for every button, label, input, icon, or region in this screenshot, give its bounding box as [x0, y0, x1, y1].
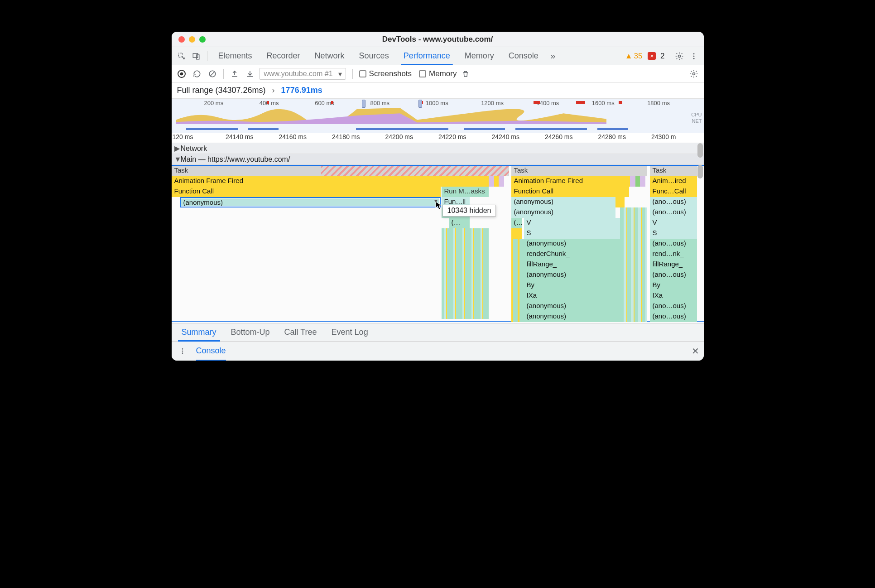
flame-task[interactable]: Task — [511, 166, 647, 176]
flame-paren[interactable]: (… — [449, 218, 470, 228]
tab-event-log[interactable]: Event Log — [324, 323, 375, 341]
expand-icon: ▼ — [174, 155, 179, 164]
flame-function-call[interactable]: Func…Call — [650, 187, 697, 197]
flame-v[interactable]: V — [650, 218, 697, 228]
network-track-header[interactable]: ▶ Network — [172, 143, 704, 154]
tab-sources[interactable]: Sources — [353, 47, 395, 65]
flame-anonymous[interactable]: (anonymous) — [524, 270, 620, 280]
flame-anonymous[interactable]: (anonymous) — [524, 301, 620, 312]
flame-chart[interactable]: Task Animation Frame Fired Function Call… — [172, 165, 704, 322]
flame-run-microtasks[interactable]: Run M…asks — [442, 187, 489, 197]
tab-summary[interactable]: Summary — [174, 323, 224, 341]
profile-select[interactable]: www.youtube.com #1 — [259, 68, 346, 80]
svg-point-3 — [678, 55, 680, 57]
full-range-label[interactable]: Full range (34307.26ms) — [177, 86, 266, 95]
window-title: DevTools - www.youtube.com/ — [172, 35, 704, 44]
tracks-scrollbar[interactable] — [697, 143, 703, 323]
flame-anonymous[interactable]: (ano…ous) — [650, 270, 697, 280]
inspect-element-icon[interactable] — [175, 50, 188, 63]
flame-by[interactable]: By — [650, 280, 697, 291]
flame-stack-stripes[interactable] — [442, 228, 489, 319]
drawer-menu-icon[interactable] — [176, 345, 189, 357]
flame-anonymous[interactable]: (ano…ous) — [650, 197, 697, 207]
flame-render-chunk[interactable]: rend…nk_ — [650, 249, 697, 260]
flame-slice[interactable] — [499, 176, 504, 187]
flame-task[interactable]: Task — [650, 166, 697, 176]
more-tabs-icon[interactable]: » — [547, 50, 559, 63]
flame-anonymous[interactable]: (anonymous) — [524, 312, 620, 322]
flame-anonymous[interactable]: (anonymous) — [511, 197, 615, 207]
upload-profile-icon[interactable] — [228, 67, 241, 80]
flame-anonymous[interactable]: (ano…ous) — [650, 301, 697, 312]
kebab-menu-icon[interactable] — [688, 50, 700, 63]
flame-ellipsis[interactable]: (… — [511, 218, 522, 228]
memory-checkbox[interactable]: Memory — [419, 69, 457, 78]
scrollbar-thumb[interactable] — [697, 143, 703, 158]
device-toolbar-icon[interactable] — [190, 50, 202, 63]
tab-performance[interactable]: Performance — [397, 47, 457, 65]
flame-by[interactable]: By — [524, 280, 620, 291]
flame-anonymous[interactable]: (anonymous) — [524, 239, 620, 249]
flame-function-call[interactable]: Function Call — [511, 187, 629, 197]
selected-range-label[interactable]: 1776.91ms — [281, 86, 322, 95]
flame-slice[interactable] — [489, 176, 494, 187]
detail-tabs: Summary Bottom-Up Call Tree Event Log — [172, 323, 704, 342]
flame-animation-frame[interactable]: Anim…ired — [650, 176, 697, 187]
tab-elements[interactable]: Elements — [212, 47, 259, 65]
tab-console[interactable]: Console — [502, 47, 545, 65]
flame-ixa[interactable]: IXa — [650, 291, 697, 301]
detail-ruler: 120 ms24140 ms24160 ms 24180 ms24200 ms2… — [172, 133, 704, 143]
tab-bottom-up[interactable]: Bottom-Up — [224, 323, 277, 341]
svg-point-9 — [182, 348, 183, 350]
tab-recorder[interactable]: Recorder — [260, 47, 307, 65]
flame-animation-frame[interactable]: Animation Frame Fired — [172, 176, 489, 187]
flame-ixa[interactable]: IXa — [524, 291, 620, 301]
drawer-console-tab[interactable]: Console — [196, 346, 226, 357]
flame-v[interactable]: V — [524, 218, 620, 228]
flame-render-chunk[interactable]: renderChunk_ — [524, 249, 620, 260]
flame-stack-stripes[interactable] — [511, 239, 524, 322]
warnings-indicator[interactable]: ▲ 35 — [625, 52, 643, 61]
flame-s[interactable]: S — [524, 228, 620, 239]
flame-anonymous[interactable]: (anonymous) — [511, 207, 615, 218]
warning-count: 35 — [634, 52, 643, 61]
flame-anonymous[interactable]: (ano…ous) — [650, 239, 697, 249]
tracks-panel: ▶ Network ▼ Main — https://www.youtube.c… — [172, 143, 704, 323]
close-drawer-icon[interactable]: ✕ — [692, 346, 699, 357]
tab-memory[interactable]: Memory — [458, 47, 500, 65]
flame-animation-frame[interactable]: Animation Frame Fired — [511, 176, 630, 187]
devtools-window: DevTools - www.youtube.com/ Elements Rec… — [172, 32, 704, 361]
flame-slice[interactable] — [640, 176, 645, 187]
flame-slice[interactable] — [630, 176, 635, 187]
mouse-cursor-icon — [435, 201, 442, 210]
garbage-collect-icon[interactable] — [459, 67, 472, 80]
flame-anonymous[interactable]: (ano…ous) — [650, 207, 697, 218]
flame-s[interactable]: S — [650, 228, 697, 239]
svg-point-4 — [693, 53, 694, 54]
download-profile-icon[interactable] — [244, 67, 256, 80]
tab-network[interactable]: Network — [308, 47, 351, 65]
record-button[interactable] — [175, 67, 188, 80]
settings-icon[interactable] — [673, 50, 686, 63]
flame-slice[interactable] — [615, 197, 625, 207]
flame-fill-range[interactable]: fillRange_ — [524, 260, 620, 270]
clear-icon[interactable] — [206, 67, 219, 80]
svg-point-6 — [693, 58, 694, 59]
flame-anonymous[interactable]: (ano…ous) — [650, 312, 697, 322]
flame-fill-range[interactable]: fillRange_ — [650, 260, 697, 270]
flame-stack-stripes[interactable] — [620, 207, 647, 322]
cpu-waveform — [176, 107, 606, 124]
overview-timeline[interactable]: 200 ms 400 ms 600 ms 800 ms 1000 ms 1200… — [172, 99, 704, 133]
flame-long-task[interactable] — [321, 166, 509, 176]
screenshots-checkbox[interactable]: Screenshots — [359, 69, 412, 78]
scrollbar-thumb[interactable] — [697, 165, 703, 178]
flame-function-call[interactable]: Function Call — [172, 187, 441, 197]
capture-settings-icon[interactable] — [688, 67, 700, 80]
tab-call-tree[interactable]: Call Tree — [277, 323, 324, 341]
console-drawer: Console ✕ — [172, 342, 704, 361]
main-track-header[interactable]: ▼ Main — https://www.youtube.com/ — [172, 154, 704, 165]
error-badge-icon[interactable]: × — [648, 52, 656, 60]
flame-slice[interactable] — [511, 228, 522, 239]
flame-anonymous-selected[interactable]: (anonymous) — [180, 197, 441, 207]
reload-record-icon[interactable] — [191, 67, 203, 80]
